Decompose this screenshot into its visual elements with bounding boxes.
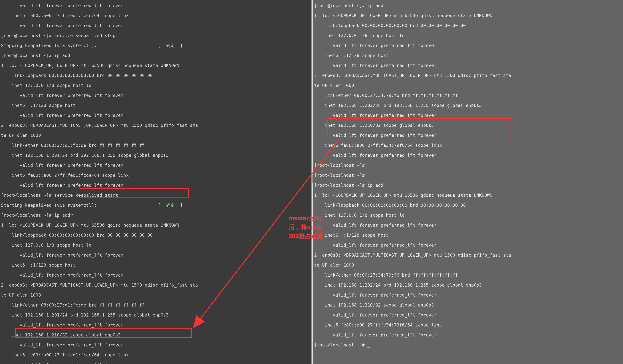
status-ok: 确定	[166, 43, 175, 48]
term-line: valid_lft forever preferred_lft forever	[1, 160, 311, 170]
term-line: inet 127.0.0.1/8 scope host lo	[1, 240, 311, 250]
term-line: te UP qlen 1000	[1, 130, 311, 140]
term-line: link/loopback 00:00:00:00:00:00 brd 00:0…	[1, 230, 311, 240]
term-line: [root@localhost ~]# ip add	[1, 50, 311, 60]
highlight-keepalived-start	[80, 188, 189, 198]
term-line: 1: lo: <LOOPBACK,UP,LOWER_UP> mtu 65536 …	[1, 60, 311, 70]
term-line: 1: lo: <LOOPBACK,UP,LOWER_UP> mtu 65536 …	[1, 220, 311, 230]
term-line: 2: enp0s3: <BROADCAST,MULTICAST,UP,LOWER…	[314, 250, 622, 260]
term-line: te UP qlen 1000	[314, 260, 622, 270]
term-line: inet 192.168.1.201/24 brd 192.168.1.255 …	[1, 150, 311, 160]
term-line: inet6 fe80::a00:27ff:fe34:79f6/64 scope …	[314, 140, 622, 150]
term-line: valid_lft forever preferred_lft forever	[314, 220, 622, 230]
term-line: te UP qlen 1000	[1, 290, 311, 300]
term-line: te UP qlen 1000	[314, 80, 622, 90]
term-line: inet 127.0.0.1/8 scope host lo	[1, 80, 311, 90]
term-line: inet 127.0.0.1/8 scope host lo	[314, 210, 622, 220]
term-line: Starting keepalived (via systemctl): [ 确…	[1, 200, 311, 210]
terminal-left[interactable]: valid_lft forever preferred_lft forever …	[0, 0, 312, 364]
term-line: valid_lft forever preferred_lft forever	[314, 150, 622, 160]
term-line: inet6 ::1/128 scope host	[1, 260, 311, 270]
term-line: Stopping keepalived (via systemctl): [ 确…	[1, 41, 311, 50]
term-line: inet6 ::1/128 scope host	[314, 50, 622, 60]
term-line: valid_lft forever preferred_lft forever	[1, 0, 311, 10]
term-line: 1: lo: <LOOPBACK,UP,LOWER_UP> mtu 65536 …	[314, 190, 622, 200]
term-line: valid_lft forever preferred_lft forever	[1, 270, 311, 280]
highlight-vip-left	[15, 328, 192, 338]
term-line: valid_lft forever preferred_lft forever	[1, 340, 311, 350]
annotation-text: master启动后，将vip从202抢占过来	[289, 214, 328, 241]
term-line: [root@localhost ~]# ip addr	[1, 210, 311, 220]
term-line: valid_lft forever preferred_lft forever	[314, 310, 622, 320]
term-line: inet 192.168.1.201/24 brd 192.168.1.255 …	[1, 310, 311, 320]
term-line: inet 192.168.1.202/24 brd 192.168.1.255 …	[314, 280, 622, 290]
term-line: valid_lft forever preferred_lft forever	[314, 60, 622, 70]
term-line: inet6 fe80::a00:27ff:fed1:fcde/64 scope …	[1, 10, 311, 21]
status-ok: 确定	[166, 203, 175, 208]
term-line: valid_lft forever preferred_lft forever	[314, 41, 622, 50]
term-line: inet 192.168.1.210/32 scope global enp0s…	[314, 300, 622, 310]
term-line: valid_lft forever preferred_lft forever	[1, 21, 311, 30]
term-line: inet6 fe80::a00:27ff:fe34:79f6/64 scope …	[314, 320, 622, 330]
term-line: link/ether 08:00:27:d1:fc:de brd ff:ff:f…	[1, 140, 311, 150]
terminal-right[interactable]: [root@localhost ~]# ip add 1: lo: <LOOPB…	[313, 0, 623, 364]
term-line: [root@localhost ~]#	[314, 170, 622, 180]
term-line: valid_lft forever preferred_lft forever	[314, 290, 622, 300]
term-line: [root@localhost ~]# service keepalived s…	[1, 30, 311, 41]
term-line: link/ether 08:00:27:34:79:f6 brd ff:ff:f…	[314, 270, 622, 280]
splitter-handle-icon[interactable]	[312, 175, 313, 183]
term-line: valid_lft forever preferred_lft forever	[314, 240, 622, 250]
term-line: inet 127.0.0.1/8 scope host lo	[314, 30, 622, 41]
highlight-vip-right	[327, 118, 511, 138]
term-line: 2: enp0s3: <BROADCAST,MULTICAST,UP,LOWER…	[1, 280, 311, 290]
term-line: [root@localhost ~]# _	[314, 340, 622, 350]
term-line: inet6 fe80::a00:27ff:fed1:fcde/64 scope …	[1, 170, 311, 180]
term-line: link/loopback 00:00:00:00:00:00 brd 00:0…	[314, 21, 622, 30]
term-line: inet 192.168.1.202/24 brd 192.168.1.255 …	[314, 100, 622, 110]
pane-splitter[interactable]	[312, 0, 313, 364]
term-line: link/loopback 00:00:00:00:00:00 brd 00:0…	[1, 70, 311, 80]
term-line: inet6 ::1/128 scope host	[1, 100, 311, 110]
term-line: inet6 ::1/128 scope host	[314, 230, 622, 240]
term-line: valid_lft forever preferred_lft forever	[1, 110, 311, 120]
term-line: link/loopback 00:00:00:00:00:00 brd 00:0…	[314, 200, 622, 210]
term-line: 1: lo: <LOOPBACK,UP,LOWER_UP> mtu 65536 …	[314, 10, 622, 21]
term-line: valid_lft forever preferred_lft forever	[1, 360, 311, 364]
term-line: inet6 fe80::a00:27ff:fed1:fcde/64 scope …	[1, 350, 311, 360]
term-line: 2: enp0s3: <BROADCAST,MULTICAST,UP,LOWER…	[314, 70, 622, 80]
term-line: valid_lft forever preferred_lft forever	[1, 250, 311, 260]
term-line: 2: enp0s3: <BROADCAST,MULTICAST,UP,LOWER…	[1, 120, 311, 130]
term-line: valid_lft forever preferred_lft forever	[1, 90, 311, 100]
term-line: [root@localhost ~]# ip add	[314, 0, 622, 10]
term-line: [root@localhost ~]# ip add	[314, 180, 622, 190]
term-line: link/ether 08:00:27:d1:fc:de brd ff:ff:f…	[1, 300, 311, 310]
term-line: link/ether 08:00:27:34:79:f6 brd ff:ff:f…	[314, 90, 622, 100]
term-line: valid_lft forever preferred_lft forever	[314, 330, 622, 340]
term-line: [root@localhost ~]#	[314, 160, 622, 170]
